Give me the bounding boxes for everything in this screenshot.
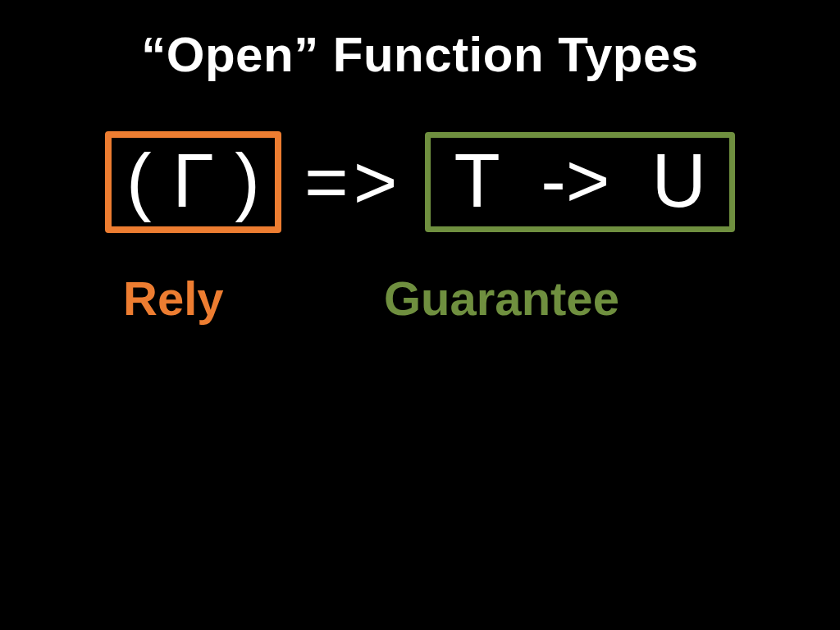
rely-label: Rely [123, 271, 224, 326]
formula-row: ( Γ ) => T -> U [0, 131, 840, 233]
guarantee-box-content: T -> U [454, 143, 706, 218]
rely-box: ( Γ ) [105, 131, 281, 233]
guarantee-label: Guarantee [384, 271, 619, 326]
guarantee-box: T -> U [425, 132, 735, 232]
fat-arrow: => [304, 144, 402, 220]
slide: “Open” Function Types ( Γ ) => T -> U Re… [0, 0, 840, 630]
slide-title: “Open” Function Types [0, 26, 840, 83]
rely-box-content: ( Γ ) [126, 143, 260, 218]
